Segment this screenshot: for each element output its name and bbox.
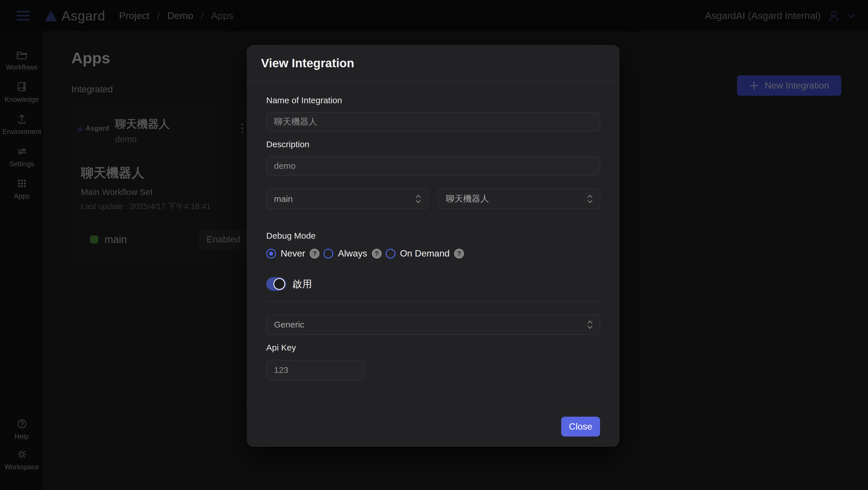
debug-option-always: Always ? — [323, 248, 381, 259]
modal-body: Name of Integration Description main 聊天機… — [247, 81, 619, 406]
type-select-value: Generic — [274, 320, 304, 330]
radio-on-demand[interactable] — [386, 249, 396, 259]
enable-row: 啟用 — [266, 277, 600, 291]
description-field[interactable] — [266, 156, 600, 175]
integration-select-value: 聊天機器人 — [446, 193, 489, 205]
enable-toggle[interactable] — [266, 277, 286, 291]
radio-label: Always — [338, 248, 367, 259]
select-chevrons-icon — [587, 319, 593, 330]
type-select[interactable]: Generic — [266, 315, 600, 335]
name-of-integration-field[interactable] — [266, 112, 600, 131]
api-key-field[interactable] — [266, 360, 365, 380]
section-divider — [266, 301, 600, 301]
select-chevrons-icon — [415, 193, 422, 205]
radio-always[interactable] — [323, 249, 333, 259]
view-integration-modal: View Integration Name of Integration Des… — [247, 45, 619, 447]
select-chevrons-icon — [587, 193, 593, 205]
debug-mode-options: Never ? Always ? On Demand ? — [266, 248, 600, 259]
modal-header: View Integration — [247, 45, 619, 81]
radio-label: On Demand — [400, 248, 450, 259]
description-label: Description — [266, 139, 600, 149]
api-key-label: Api Key — [266, 343, 600, 353]
integration-select[interactable]: 聊天機器人 — [438, 189, 600, 209]
selects-row: main 聊天機器人 — [266, 189, 600, 209]
help-icon[interactable]: ? — [372, 249, 382, 259]
radio-never[interactable] — [266, 249, 276, 259]
help-icon[interactable]: ? — [310, 249, 319, 259]
enable-label: 啟用 — [292, 277, 312, 291]
name-of-integration-label: Name of Integration — [266, 95, 600, 105]
debug-option-on-demand: On Demand ? — [386, 248, 464, 259]
debug-mode-label: Debug Mode — [266, 231, 600, 241]
close-button[interactable]: Close — [561, 417, 600, 436]
workflow-select-value: main — [274, 194, 293, 204]
radio-label: Never — [281, 248, 305, 259]
help-icon[interactable]: ? — [454, 249, 464, 259]
workflow-select[interactable]: main — [266, 189, 428, 209]
modal-title: View Integration — [261, 56, 354, 70]
modal-footer: Close — [247, 406, 619, 446]
debug-option-never: Never ? — [266, 248, 319, 259]
